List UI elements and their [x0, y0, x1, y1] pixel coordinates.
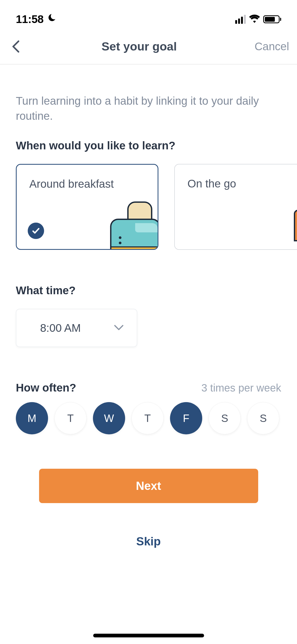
- status-left: 11:58: [16, 13, 56, 26]
- day-wednesday[interactable]: W: [93, 402, 125, 434]
- option-card-breakfast[interactable]: Around breakfast: [16, 164, 158, 250]
- day-monday[interactable]: M: [16, 402, 48, 434]
- question-when: When would you like to learn?: [16, 139, 281, 152]
- battery-icon: [263, 15, 281, 23]
- cellular-signal-icon: [235, 15, 246, 24]
- day-thursday[interactable]: T: [131, 402, 164, 434]
- bus-illustration: [289, 202, 297, 249]
- day-tuesday[interactable]: T: [54, 402, 87, 434]
- option-card-label: On the go: [187, 176, 297, 191]
- option-card-label: Around breakfast: [29, 177, 145, 192]
- status-bar: 11:58: [0, 0, 297, 34]
- question-often: How often?: [16, 381, 76, 394]
- status-time: 11:58: [16, 13, 44, 26]
- page-title: Set your goal: [24, 40, 254, 53]
- day-saturday[interactable]: S: [209, 402, 241, 434]
- next-button[interactable]: Next: [39, 469, 258, 503]
- time-picker[interactable]: 8:00 AM: [16, 309, 137, 347]
- option-cards-row[interactable]: Around breakfast On the go: [16, 164, 281, 250]
- time-section: What time? 8:00 AM: [16, 284, 281, 347]
- chevron-down-icon: [114, 325, 124, 332]
- skip-button[interactable]: Skip: [16, 535, 281, 548]
- time-value: 8:00 AM: [40, 322, 81, 334]
- days-row: M T W T F S S: [16, 402, 281, 434]
- cancel-button[interactable]: Cancel: [254, 40, 289, 53]
- intro-text: Turn learning into a habit by linking it…: [16, 94, 281, 123]
- day-friday[interactable]: F: [170, 402, 202, 434]
- home-indicator[interactable]: [93, 634, 204, 637]
- main-content: Turn learning into a habit by linking it…: [0, 65, 297, 548]
- toaster-illustration: [110, 201, 158, 249]
- status-right: [235, 15, 281, 24]
- often-header: How often? 3 times per week: [16, 381, 281, 394]
- frequency-label: 3 times per week: [201, 382, 281, 394]
- nav-header: Set your goal Cancel: [0, 34, 297, 65]
- do-not-disturb-icon: [47, 13, 56, 25]
- wifi-icon: [249, 15, 260, 24]
- back-button[interactable]: [8, 40, 24, 53]
- day-sunday[interactable]: S: [247, 402, 279, 434]
- selected-check-icon: [28, 223, 44, 239]
- question-time: What time?: [16, 284, 281, 297]
- option-card-on-the-go[interactable]: On the go: [174, 164, 297, 250]
